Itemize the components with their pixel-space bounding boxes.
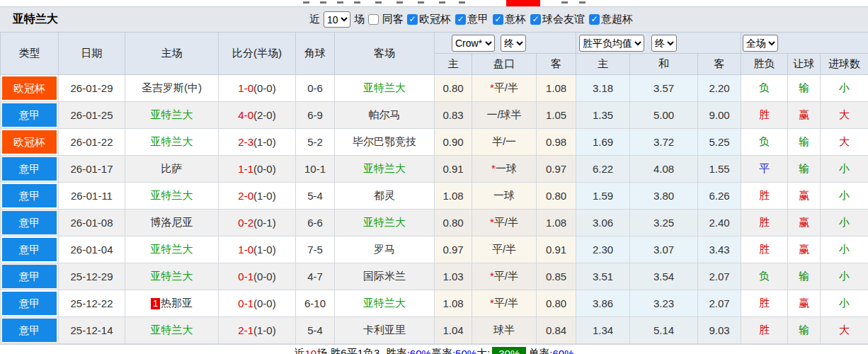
half-score: (0-0) <box>253 82 276 94</box>
home-team-name: 圣吉罗斯(中) <box>142 81 202 93</box>
league-filter-item: ✓意甲 <box>455 13 489 26</box>
odds-company-select[interactable]: Crow* <box>452 35 495 52</box>
handicap-cell: 球半 <box>472 317 537 344</box>
league-cell: 意甲 <box>1 236 59 263</box>
league-filter-label: 意甲 <box>467 13 489 26</box>
result-cell: 胜 <box>741 102 788 129</box>
match-table: 类型 日期 主场 比分(半场) 角球 客场 Crow* 终 胜平负均值 终 全场 <box>0 32 868 344</box>
matches-label: 场 <box>354 13 365 26</box>
subcol-goals: 进球数 <box>821 54 868 75</box>
league-cell: 意甲 <box>1 183 59 210</box>
corners-cell: 6-6 <box>296 210 335 236</box>
table-row: 意甲26-01-17比萨1-1(0-0)10-1亚特兰大0.91*一球0.976… <box>1 156 868 183</box>
league-filter-list: ✓欧冠杯✓意甲✓意杯✓球会友谊✓意超杯 <box>407 13 636 26</box>
match-table-body: 欧冠杯26-01-29圣吉罗斯(中)1-0(0-0)0-6亚特兰大0.80*平/… <box>1 75 868 344</box>
avg-draw-cell: 4.08 <box>630 156 698 183</box>
league-filter-item: ✓意杯 <box>493 13 526 26</box>
near-label: 近 <box>309 13 320 26</box>
avg-select-group: 胜平负均值 终 <box>576 33 741 54</box>
date-cell: 25-12-22 <box>59 290 125 317</box>
league-filter-checkbox[interactable]: ✓ <box>407 14 418 25</box>
handicap-star: * <box>490 81 494 93</box>
score-cell: 2-1(1-0) <box>219 317 296 344</box>
half-score: (1-0) <box>253 324 276 336</box>
scope-select-group: 全场 <box>741 33 868 54</box>
away-team-cell: 亚特兰大 <box>335 75 435 102</box>
result-cell: 负 <box>741 75 788 102</box>
red-button-fragment[interactable] <box>506 0 540 6</box>
away-team-cell: 罗马 <box>335 236 435 263</box>
avg-type-select[interactable]: 胜平负均值 <box>579 35 644 52</box>
odds-select-group: Crow* 终 <box>435 33 576 54</box>
league-filter-checkbox[interactable]: ✓ <box>530 14 541 25</box>
filter-controls: 近 10 场 同客 ✓欧冠杯✓意甲✓意杯✓球会友谊✓意超杯 <box>309 11 636 28</box>
handicap-cell: *平/半 <box>472 75 537 102</box>
home-team-cell: 比萨 <box>125 156 219 183</box>
home-team-name: 亚特兰大 <box>151 324 193 336</box>
avg-away-cell: 9.03 <box>698 317 741 344</box>
table-row: 意甲25-12-29亚特兰大0-1(0-0)4-7国际米兰1.03*平/半0.8… <box>1 263 868 290</box>
avg-home-cell: 3.18 <box>576 75 630 102</box>
subcol-avg-away: 客 <box>698 54 741 75</box>
league-cell: 意甲 <box>1 156 59 183</box>
result-cell: 胜 <box>741 290 788 317</box>
clipped-text-fragment <box>579 1 586 4</box>
league-filter-label: 球会友谊 <box>542 13 585 26</box>
summary-segment: 场,胜6平1负3, 胜率 <box>316 347 407 354</box>
odds-home-cell: 0.90 <box>435 129 472 156</box>
avg-home-cell: 1.35 <box>576 102 630 129</box>
corners-cell: 6-10 <box>296 290 335 317</box>
away-team-name: 国际米兰 <box>363 270 406 282</box>
handicap-cell: *一球 <box>472 156 537 183</box>
scope-select[interactable]: 全场 <box>743 35 778 52</box>
league-badge: 意甲 <box>2 292 57 315</box>
home-team-cell: 1热那亚 <box>125 290 219 317</box>
table-row: 意甲26-01-11亚特兰大2-0(1-0)5-4都灵1.08一球0.801.5… <box>1 183 868 210</box>
full-score: 0-1 <box>238 297 253 309</box>
col-header-date: 日期 <box>59 33 125 75</box>
odds-home-cell: 0.80 <box>435 210 472 236</box>
avg-draw-cell: 3.07 <box>630 236 698 263</box>
subcol-odds-away: 客 <box>537 54 576 75</box>
score-cell: 1-1(0-0) <box>219 156 296 183</box>
league-cell: 意甲 <box>1 317 59 344</box>
score-cell: 0-2(0-1) <box>219 210 296 236</box>
away-team-cell: 都灵 <box>335 183 435 210</box>
clipped-text-fragment <box>303 1 309 4</box>
avg-home-cell: 6.22 <box>576 156 630 183</box>
home-team-name: 亚特兰大 <box>151 189 193 201</box>
result-cell: 胜 <box>741 317 788 344</box>
away-team-name: 亚特兰大 <box>363 216 406 228</box>
avg-home-cell: 1.34 <box>576 317 630 344</box>
odds-time-select[interactable]: 终 <box>501 35 526 52</box>
date-cell: 25-12-14 <box>59 317 125 344</box>
away-team-name: 亚特兰大 <box>363 81 406 93</box>
odds-away-cell: 0.97 <box>537 156 576 183</box>
half-score: (0-0) <box>253 297 276 309</box>
home-team-name: 亚特兰大 <box>151 108 193 120</box>
away-team-name: 帕尔马 <box>369 108 401 120</box>
odds-away-cell: 0.98 <box>537 129 576 156</box>
away-team-cell: 毕尔巴鄂竞技 <box>335 129 435 156</box>
league-filter-checkbox[interactable]: ✓ <box>455 14 466 25</box>
away-team-name: 亚特兰大 <box>363 162 406 174</box>
avg-draw-cell: 3.25 <box>630 210 698 236</box>
avg-home-cell: 1.59 <box>576 183 630 210</box>
odds-away-cell: 0.80 <box>537 183 576 210</box>
league-filter-checkbox[interactable]: ✓ <box>589 14 600 25</box>
half-score: (1-0) <box>253 190 276 202</box>
home-team-cell: 亚特兰大 <box>125 129 219 156</box>
handicap-result-cell: 输 <box>788 75 821 102</box>
same-away-checkbox[interactable] <box>368 14 379 25</box>
avg-time-select[interactable]: 终 <box>651 35 677 52</box>
odds-home-cell: 0.91 <box>435 156 472 183</box>
full-score: 0-2 <box>238 217 253 229</box>
goals-cell: 大 <box>821 317 868 344</box>
odds-home-cell: 0.97 <box>435 236 472 263</box>
match-count-select[interactable]: 10 <box>324 11 350 28</box>
league-filter-checkbox[interactable]: ✓ <box>493 14 503 25</box>
away-team-cell: 亚特兰大 <box>335 210 435 236</box>
goals-cell: 小 <box>821 156 868 183</box>
league-badge: 意甲 <box>2 265 57 288</box>
corners-cell: 5-2 <box>296 129 335 156</box>
